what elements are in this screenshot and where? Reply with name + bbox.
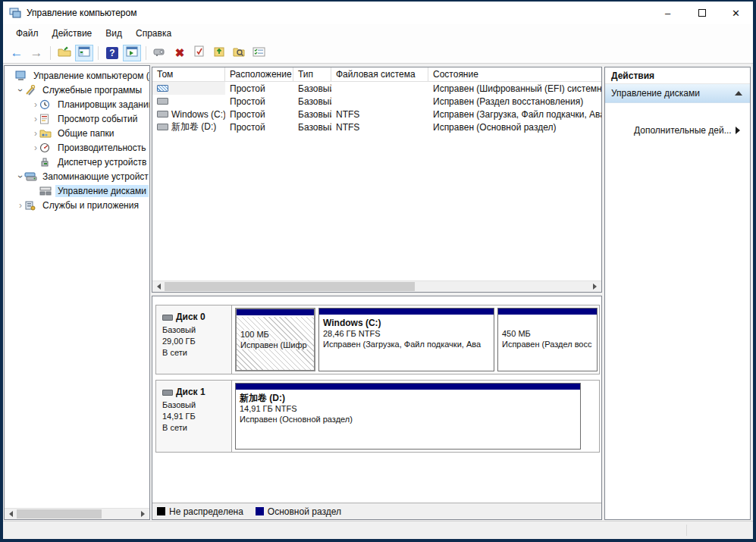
storage-icon	[24, 171, 37, 182]
column-header-filesystem[interactable]: Файловая система	[331, 67, 428, 81]
menu-help[interactable]: Справка	[129, 26, 178, 41]
menu-action[interactable]: Действие	[45, 26, 99, 41]
minimize-button[interactable]: –	[651, 2, 685, 24]
back-button[interactable]: ←	[8, 45, 26, 61]
column-header-volume[interactable]: Том	[152, 67, 225, 81]
tree-item-label: Просмотр событий	[55, 113, 140, 125]
help-button[interactable]: ?	[103, 45, 121, 61]
tree-item-computer-management[interactable]: › Управление компьютером (л	[5, 68, 149, 83]
tree-item-label: Управление дисками	[55, 185, 149, 197]
disk-size: 29,00 ГБ	[162, 336, 231, 347]
partition-color-bar	[236, 384, 580, 390]
volume-row-d[interactable]: 新加卷 (D:) Простой Базовый NTFS Исправен (…	[152, 121, 601, 133]
disk-icon	[162, 390, 173, 396]
toolbar-separator	[146, 46, 146, 60]
expander-icon[interactable]: ›	[17, 200, 24, 211]
expander-icon[interactable]: ›	[32, 114, 39, 124]
export-button[interactable]	[210, 45, 228, 61]
tree-item-disk-management[interactable]: › Управление дисками	[5, 183, 149, 198]
tree-item-system-tools[interactable]: › Служебные программы	[5, 83, 149, 97]
actions-section-label: Управление дисками	[611, 88, 700, 99]
tree-item-label: Служебные программы	[40, 84, 144, 96]
console-tree-button[interactable]	[75, 45, 93, 61]
scroll-left-icon[interactable]	[5, 509, 16, 519]
volume-list-horizontal-scrollbar[interactable]	[152, 280, 601, 292]
console-window-button[interactable]	[151, 45, 169, 61]
tree-item-task-scheduler[interactable]: › Планировщик заданий	[5, 97, 149, 111]
expander-icon[interactable]: ›	[32, 143, 39, 153]
window-title: Управление компьютером	[27, 8, 651, 18]
scrollbar-thumb[interactable]	[17, 509, 102, 519]
performance-icon	[39, 143, 52, 153]
scrollbar-thumb[interactable]	[165, 282, 415, 291]
tree-item-performance[interactable]: › Производительность	[5, 140, 149, 155]
primary-partition-color-swatch	[256, 507, 264, 515]
up-folder-icon	[58, 46, 71, 60]
more-actions-item[interactable]: Дополнительные дей...	[605, 123, 750, 138]
close-button[interactable]: ✕	[719, 2, 753, 24]
expander-icon[interactable]: ›	[32, 99, 39, 110]
partition-d[interactable]: 新加卷 (D:) 14,91 ГБ NTFS Исправен (Основно…	[235, 383, 581, 450]
column-header-layout[interactable]: Расположение	[225, 67, 293, 81]
tree-horizontal-scrollbar[interactable]	[5, 508, 149, 519]
disk-0-label[interactable]: Диск 0 Базовый 29,00 ГБ В сети	[156, 305, 232, 374]
column-header-status[interactable]: Состояние	[428, 67, 601, 81]
expander-icon[interactable]: ›	[15, 86, 26, 94]
checklist-button[interactable]	[249, 45, 268, 61]
properties-icon	[194, 45, 205, 60]
tree-item-storage[interactable]: › Запоминающие устройст	[5, 169, 149, 183]
services-icon	[24, 200, 37, 211]
disk-name: Диск 1	[176, 387, 205, 398]
collapse-icon[interactable]	[735, 87, 742, 96]
partition-size: 450 МБ	[502, 328, 593, 339]
scroll-right-icon[interactable]	[138, 509, 149, 519]
scroll-left-icon[interactable]	[152, 281, 164, 292]
volume-filesystem: NTFS	[331, 121, 428, 133]
status-bar	[3, 521, 753, 539]
delete-volume-button[interactable]: ✖	[171, 45, 189, 61]
disk-size: 14,91 ГБ	[162, 411, 231, 422]
task-scheduler-icon	[39, 99, 52, 110]
volume-row-recovery[interactable]: Простой Базовый Исправен (Раздел восстан…	[152, 95, 601, 108]
find-button[interactable]	[230, 45, 248, 61]
properties-button[interactable]	[190, 45, 209, 61]
disk-management-icon	[39, 186, 52, 196]
actions-panel: Действия Управление дисками Дополнительн…	[604, 67, 751, 520]
tree-item-device-manager[interactable]: › Диспетчер устройств	[5, 155, 149, 169]
partition-status: Исправен (Загрузка, Файл подкачки, Ава	[323, 339, 490, 349]
help-icon: ?	[106, 47, 118, 59]
menu-file[interactable]: Файл	[9, 26, 45, 41]
toolbar-separator	[50, 46, 51, 60]
volume-row-efi[interactable]: Простой Базовый Исправен (Шифрованный (E…	[152, 82, 601, 95]
expander-icon[interactable]: ›	[15, 173, 26, 180]
volume-table-header: Том Расположение Тип Файловая система Со…	[152, 67, 601, 82]
volume-name: 新加卷 (D:)	[171, 121, 216, 133]
volume-filesystem	[331, 82, 428, 95]
show-hide-action-pane-button[interactable]	[123, 45, 141, 61]
tree-item-services-applications[interactable]: › Службы и приложения	[5, 198, 149, 212]
tree-item-label: Планировщик заданий	[55, 99, 150, 111]
menu-view[interactable]: Вид	[99, 26, 129, 41]
maximize-button[interactable]	[685, 2, 719, 24]
forward-button[interactable]: →	[27, 45, 45, 61]
column-header-type[interactable]: Тип	[293, 67, 331, 81]
disk-1-label[interactable]: Диск 1 Базовый 14,91 ГБ В сети	[156, 381, 232, 452]
volume-row-windows-c[interactable]: Windows (C:) Простой Базовый NTFS Исправ…	[152, 108, 601, 121]
unallocated-color-swatch	[157, 507, 165, 515]
volume-status: Исправен (Загрузка, Файл подкачки, Ава	[428, 108, 601, 121]
partition-windows-c[interactable]: Windows (C:) 28,46 ГБ NTFS Исправен (Заг…	[318, 308, 494, 371]
tree-item-event-viewer[interactable]: › Просмотр событий	[5, 111, 149, 126]
toolbar-separator	[98, 46, 99, 60]
title-bar: Управление компьютером – ✕	[3, 2, 753, 24]
expander-icon[interactable]: ›	[32, 128, 39, 139]
partition-size: 28,46 ГБ NTFS	[323, 328, 490, 339]
scroll-right-icon[interactable]	[590, 281, 601, 292]
tree-item-shared-folders[interactable]: › Общие папки	[5, 126, 149, 140]
partition-efi[interactable]: 100 МБ Исправен (Шифр	[235, 308, 315, 371]
actions-disk-management-section[interactable]: Управление дисками	[605, 84, 750, 103]
up-folder-button[interactable]	[55, 45, 74, 61]
partition-recovery[interactable]: 450 МБ Исправен (Раздел восс	[497, 308, 598, 371]
volume-type: Базовый	[293, 82, 331, 95]
volume-layout: Простой	[225, 121, 293, 133]
partition-color-bar	[237, 309, 314, 316]
